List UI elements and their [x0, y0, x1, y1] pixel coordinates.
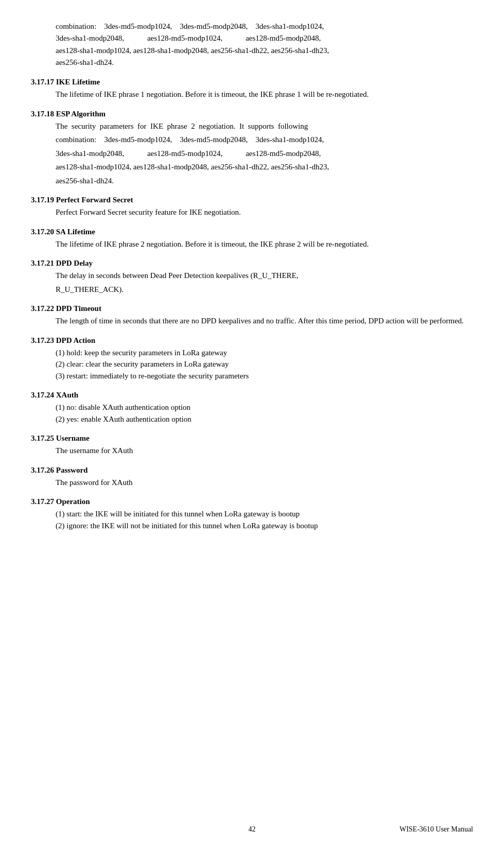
list-item-dpd-3: (3) restart: immediately to re-negotiate… [56, 370, 473, 382]
section-title-3-17-22: 3.17.22 DPD Timeout [31, 304, 473, 313]
section-title-3-17-18: 3.17.18 ESP Algorithm [31, 110, 473, 118]
section-body-3-17-26: The password for XAuth [56, 477, 473, 489]
section-body-3-17-21: The delay in seconds between Dead Peer D… [56, 270, 473, 295]
page-content: combination: 3des-md5-modp1024, 3des-md5… [31, 21, 473, 531]
section-title-3-17-27: 3.17.27 Operation [31, 497, 473, 506]
section-3-17-26: 3.17.26 Password The password for XAuth [31, 466, 473, 489]
footer-page-number: 42 [249, 825, 256, 834]
list-item-dpd-1: (1) hold: keep the security parameters i… [56, 347, 473, 359]
section-3-17-23: 3.17.23 DPD Action (1) hold: keep the se… [31, 336, 473, 382]
section-body-3-17-17: The lifetime of IKE phrase 1 negotiation… [56, 89, 473, 100]
section-3-17-18: 3.17.18 ESP Algorithm The security param… [31, 110, 473, 187]
list-item-operation-2: (2) ignore: the IKE will not be initiate… [56, 520, 473, 532]
section-title-3-17-20: 3.17.20 SA Lifetime [31, 228, 473, 236]
section-title-3-17-23: 3.17.23 DPD Action [31, 336, 473, 345]
section-3-17-22: 3.17.22 DPD Timeout The length of time i… [31, 304, 473, 327]
section-3-17-19: 3.17.19 Perfect Forward Secret Perfect F… [31, 196, 473, 218]
list-item-dpd-2: (2) clear: clear the security parameters… [56, 358, 473, 370]
section-3-17-21: 3.17.21 DPD Delay The delay in seconds b… [31, 259, 473, 295]
section-3-17-17: 3.17.17 IKE Lifetime The lifetime of IKE… [31, 78, 473, 100]
section-3-17-25: 3.17.25 Username The username for XAuth [31, 434, 473, 457]
section-body-3-17-20: The lifetime of IKE phrase 2 negotiation… [56, 238, 473, 250]
footer-manual-name: WISE-3610 User Manual [370, 825, 473, 834]
section-title-3-17-25: 3.17.25 Username [31, 434, 473, 443]
section-3-17-20: 3.17.20 SA Lifetime The lifetime of IKE … [31, 228, 473, 250]
section-title-3-17-26: 3.17.26 Password [31, 466, 473, 475]
section-title-3-17-17: 3.17.17 IKE Lifetime [31, 78, 473, 86]
section-body-3-17-18: The security parameters for IKE phrase 2… [56, 120, 473, 187]
list-item-xauth-1: (1) no: disable XAuth authentication opt… [56, 402, 473, 413]
section-body-3-17-22: The length of time in seconds that there… [56, 315, 473, 327]
section-body-3-17-25: The username for XAuth [56, 445, 473, 457]
section-title-3-17-19: 3.17.19 Perfect Forward Secret [31, 196, 473, 204]
top-combination-text: combination: 3des-md5-modp1024, 3des-md5… [56, 21, 473, 68]
list-item-operation-1: (1) start: the IKE will be initiated for… [56, 508, 473, 520]
section-title-3-17-21: 3.17.21 DPD Delay [31, 259, 473, 268]
list-item-xauth-2: (2) yes: enable XAuth authentication opt… [56, 413, 473, 425]
section-3-17-27: 3.17.27 Operation (1) start: the IKE wil… [31, 497, 473, 531]
section-body-3-17-19: Perfect Forward Secret security feature … [56, 206, 473, 218]
section-3-17-24: 3.17.24 XAuth (1) no: disable XAuth auth… [31, 391, 473, 425]
section-title-3-17-24: 3.17.24 XAuth [31, 391, 473, 400]
